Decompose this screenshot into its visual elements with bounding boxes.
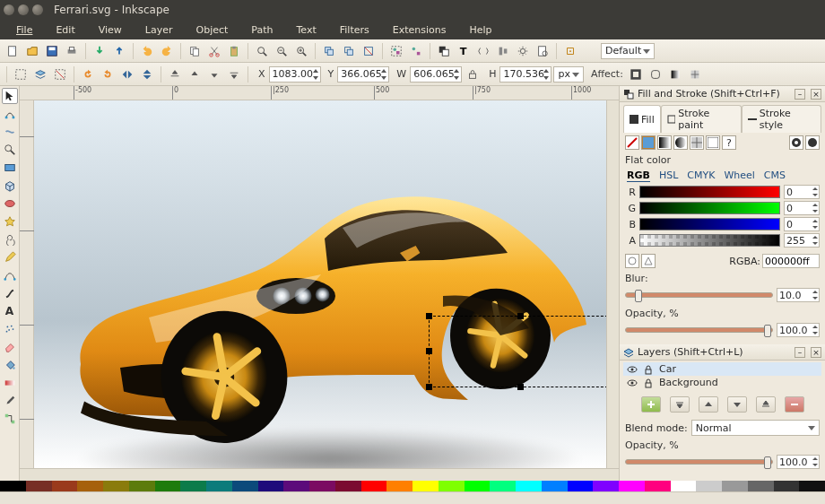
spiral-tool-icon[interactable] [2,231,18,248]
eraser-tool-icon[interactable] [2,339,18,355]
save-icon[interactable] [43,42,61,60]
paste-icon[interactable] [225,42,243,60]
palette-swatch[interactable] [696,481,722,491]
fill-rule-evenodd-icon[interactable] [789,135,803,150]
palette-swatch[interactable] [542,481,568,491]
visibility-icon[interactable] [627,364,638,375]
r-value[interactable]: 0 [784,185,820,199]
calligraphy-tool-icon[interactable] [2,285,18,301]
doc-properties-icon[interactable] [534,42,551,60]
raise-top-icon[interactable] [166,65,184,83]
colortab-hsl[interactable]: HSL [659,169,678,182]
window-close-icon[interactable] [4,4,14,15]
color-palette[interactable] [0,481,825,491]
palette-swatch[interactable] [568,481,594,491]
panel-minimize-icon[interactable]: – [795,347,805,358]
align-icon[interactable] [494,42,512,60]
color-managed-icon[interactable] [625,254,639,268]
palette-swatch[interactable] [593,481,619,491]
palette-swatch[interactable] [645,481,671,491]
layer-row[interactable]: Background [623,376,821,389]
paint-none-icon[interactable] [625,135,639,150]
r-slider[interactable] [639,186,780,198]
undo-icon[interactable] [138,42,156,60]
menu-layer[interactable]: Layer [135,22,184,38]
g-value[interactable]: 0 [784,201,820,215]
colortab-cms[interactable]: CMS [764,169,786,182]
bezier-tool-icon[interactable] [2,267,18,283]
node-tool-icon[interactable] [2,106,18,122]
menu-edit[interactable]: Edit [45,22,85,38]
print-icon[interactable] [63,42,81,60]
fill-opacity-value[interactable]: 100.0 [777,323,820,337]
menu-path[interactable]: Path [240,22,283,38]
dropper-tool-icon[interactable] [2,393,18,409]
panel-minimize-icon[interactable]: – [795,89,805,100]
menu-object[interactable]: Object [186,22,239,38]
raise-icon[interactable] [186,65,204,83]
fill-opacity-slider[interactable] [625,327,773,333]
layer-delete-button[interactable] [785,396,804,413]
b-slider[interactable] [639,218,780,230]
selector-tool-icon[interactable] [2,88,18,104]
xml-editor-icon[interactable] [474,42,492,60]
palette-swatch[interactable] [180,481,206,491]
colortab-cmyk[interactable]: CMYK [687,169,715,182]
menu-file[interactable]: File [5,22,43,38]
3dbox-tool-icon[interactable] [2,178,18,194]
select-layers-icon[interactable] [31,65,49,83]
zoom-page-icon[interactable] [292,42,310,60]
duplicate-icon[interactable] [320,42,338,60]
window-max-icon[interactable] [32,4,43,15]
bucket-tool-icon[interactable] [2,357,18,373]
visibility-icon[interactable] [627,378,638,388]
new-doc-icon[interactable] [4,42,22,60]
y-input[interactable]: 366.065 [337,66,389,83]
palette-swatch[interactable] [439,481,465,491]
menu-text[interactable]: Text [286,22,327,38]
a-value[interactable]: 255 [784,233,820,248]
preferences-icon[interactable] [514,42,532,60]
lock-icon[interactable] [643,364,654,375]
redo-icon[interactable] [158,42,176,60]
unit-combo[interactable]: px [553,66,584,83]
fill-stroke-icon[interactable] [435,42,453,60]
colortab-wheel[interactable]: Wheel [724,169,754,182]
w-input[interactable]: 606.065 [410,66,462,83]
b-value[interactable]: 0 [784,217,820,231]
affect-pattern-icon[interactable] [686,65,704,83]
palette-swatch[interactable] [206,481,232,491]
affect-corners-icon[interactable] [647,65,664,83]
affect-stroke-icon[interactable] [627,65,645,83]
layer-add-button[interactable] [641,396,661,413]
affect-gradient-icon[interactable] [666,65,684,83]
palette-swatch[interactable] [465,481,491,491]
panel-close-icon[interactable]: × [811,89,821,100]
palette-swatch[interactable] [155,481,181,491]
palette-swatch[interactable] [671,481,697,491]
palette-swatch[interactable] [799,481,825,491]
palette-swatch[interactable] [412,481,439,491]
connector-tool-icon[interactable] [2,411,18,427]
gradient-tool-icon[interactable] [2,375,18,391]
ellipse-tool-icon[interactable] [2,196,18,212]
blur-slider[interactable] [625,292,773,298]
palette-swatch[interactable] [516,481,542,491]
unlink-clone-icon[interactable] [360,42,378,60]
palette-swatch[interactable] [335,481,361,491]
blend-mode-combo[interactable]: Normal [691,420,820,436]
layer-opacity-value[interactable]: 100.0 [777,455,820,469]
canvas-vscroll[interactable] [606,100,619,468]
palette-swatch[interactable] [232,481,258,491]
menu-help[interactable]: Help [458,22,502,38]
paint-pattern-icon[interactable] [690,135,704,150]
flip-v-icon[interactable] [138,65,156,83]
text-tool-icon[interactable]: A [2,303,18,319]
ungroup-icon[interactable] [407,42,425,60]
lock-icon[interactable] [643,378,654,388]
paint-flat-icon[interactable] [641,135,656,150]
snap-preset-combo[interactable]: Default [601,43,655,59]
layer-raise-top-button[interactable] [670,396,690,413]
out-of-gamut-icon[interactable] [641,254,656,268]
star-tool-icon[interactable] [2,213,18,230]
